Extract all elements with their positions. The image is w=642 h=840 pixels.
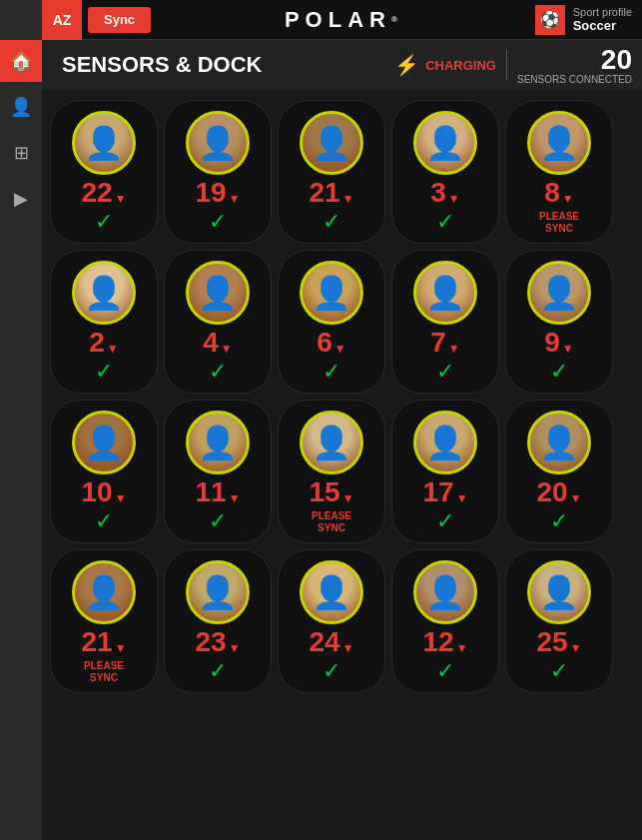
sensor-card-3-3[interactable]: 👤12▼✓	[391, 549, 499, 693]
player-avatar: 👤	[72, 560, 136, 624]
sensor-number: 6▼	[317, 329, 345, 357]
player-avatar: 👤	[413, 560, 477, 624]
polar-logo: POLAR®	[151, 7, 535, 33]
sensor-card-1-1[interactable]: 👤4▼✓	[164, 250, 272, 394]
sensor-number: 21▼	[309, 179, 353, 207]
sensor-number: 22▼	[81, 179, 126, 207]
sensor-card-0-2[interactable]: 👤21▼✓	[278, 100, 385, 244]
player-avatar: 👤	[527, 411, 591, 474]
soccer-icon: ⚽	[535, 5, 565, 35]
sensor-card-2-1[interactable]: 👤11▼✓	[164, 400, 272, 543]
sidebar-item-user[interactable]: 👤	[0, 86, 42, 128]
sensor-checkmark: ✓	[436, 508, 454, 534]
sync-button[interactable]: Sync	[88, 7, 151, 33]
sensor-checkmark: ✓	[550, 359, 568, 385]
sensor-number: 2▼	[89, 329, 118, 357]
player-avatar: 👤	[413, 411, 477, 474]
divider	[506, 50, 507, 80]
sensor-checkmark: ✓	[209, 658, 227, 684]
sensors-label: SENSORS CONNECTED	[517, 74, 632, 85]
sensor-checkmark: ✓	[322, 658, 340, 684]
sensor-please-sync: PLEASE SYNC	[539, 211, 579, 235]
sensor-checkmark: ✓	[209, 209, 227, 235]
sidebar: 🏠 👤 ⊞ ▶	[0, 0, 42, 840]
az-logo: AZ	[42, 0, 82, 40]
sensor-number: 23▼	[195, 628, 240, 656]
sensor-row-1: 👤2▼✓👤4▼✓👤6▼✓👤7▼✓👤9▼✓	[50, 250, 634, 394]
sensor-checkmark: ✓	[550, 508, 568, 534]
player-avatar: 👤	[72, 261, 136, 325]
sensor-number: 19▼	[195, 179, 240, 207]
sensor-checkmark: ✓	[436, 359, 454, 385]
player-avatar: 👤	[527, 111, 591, 175]
sensor-number: 3▼	[430, 179, 459, 207]
sensor-card-3-0[interactable]: 👤21▼PLEASE SYNC	[50, 549, 158, 693]
player-avatar: 👤	[186, 411, 250, 474]
sensor-card-3-2[interactable]: 👤24▼✓	[278, 549, 385, 693]
page-title: SENSORS & DOCK	[62, 52, 394, 78]
sensor-number: 8▼	[544, 179, 573, 207]
sidebar-item-play[interactable]: ▶	[0, 178, 42, 220]
sensor-card-2-2[interactable]: 👤15▼PLEASE SYNC	[278, 400, 385, 543]
sensor-card-0-4[interactable]: 👤8▼PLEASE SYNC	[505, 100, 613, 244]
sensor-number: 21▼	[81, 628, 126, 656]
sec-header: SENSORS & DOCK ⚡ CHARGING 20 SENSORS CON…	[0, 40, 642, 90]
sensor-card-1-2[interactable]: 👤6▼✓	[278, 250, 385, 394]
sensor-card-0-0[interactable]: 👤22▼✓	[50, 100, 158, 244]
sensor-number: 20▼	[536, 478, 581, 506]
player-avatar: 👤	[186, 111, 250, 175]
charging-area: ⚡ CHARGING	[394, 53, 496, 77]
sensor-number: 4▼	[203, 329, 232, 357]
player-avatar: 👤	[300, 111, 363, 175]
sensor-number: 15▼	[309, 478, 353, 506]
sensor-card-3-1[interactable]: 👤23▼✓	[164, 549, 272, 693]
sensor-please-sync: PLEASE SYNC	[312, 510, 351, 534]
player-avatar: 👤	[300, 411, 363, 474]
sensors-count-block: 20 SENSORS CONNECTED	[517, 46, 632, 85]
sensor-card-2-0[interactable]: 👤10▼✓	[50, 400, 158, 543]
sport-profile-value: Soccer	[573, 18, 632, 33]
sensor-row-0: 👤22▼✓👤19▼✓👤21▼✓👤3▼✓👤8▼PLEASE SYNC	[50, 100, 634, 244]
sensor-card-1-0[interactable]: 👤2▼✓	[50, 250, 158, 394]
sensor-card-1-4[interactable]: 👤9▼✓	[505, 250, 613, 394]
sensor-checkmark: ✓	[550, 658, 568, 684]
sensor-checkmark: ✓	[209, 508, 227, 534]
top-nav: AZ Sync POLAR® ⚽ Sport profile Soccer	[0, 0, 642, 40]
player-avatar: 👤	[527, 261, 591, 325]
sensor-number: 17▼	[422, 478, 467, 506]
player-avatar: 👤	[72, 411, 136, 474]
sensors-number: 20	[517, 46, 632, 74]
player-avatar: 👤	[300, 560, 363, 624]
sensor-card-0-1[interactable]: 👤19▼✓	[164, 100, 272, 244]
sensor-checkmark: ✓	[95, 209, 113, 235]
sensor-number: 12▼	[422, 628, 467, 656]
sidebar-item-grid[interactable]: ⊞	[0, 132, 42, 174]
sidebar-item-home[interactable]: 🏠	[0, 40, 42, 82]
sensor-card-0-3[interactable]: 👤3▼✓	[391, 100, 499, 244]
sensor-row-3: 👤21▼PLEASE SYNC👤23▼✓👤24▼✓👤12▼✓👤25▼✓	[50, 549, 634, 693]
sensor-please-sync: PLEASE SYNC	[84, 660, 124, 684]
sensor-number: 11▼	[195, 478, 240, 506]
sensor-row-2: 👤10▼✓👤11▼✓👤15▼PLEASE SYNC👤17▼✓👤20▼✓	[50, 400, 634, 543]
sensor-number: 10▼	[81, 478, 126, 506]
sensor-card-1-3[interactable]: 👤7▼✓	[391, 250, 499, 394]
sensor-card-2-3[interactable]: 👤17▼✓	[391, 400, 499, 543]
sensor-number: 7▼	[430, 329, 459, 357]
sensor-number: 24▼	[309, 628, 353, 656]
sensor-number: 9▼	[544, 329, 573, 357]
sensor-checkmark: ✓	[209, 359, 227, 385]
sensor-checkmark: ✓	[322, 209, 340, 235]
sensor-checkmark: ✓	[95, 508, 113, 534]
sensor-card-2-4[interactable]: 👤20▼✓	[505, 400, 613, 543]
sensor-checkmark: ✓	[436, 658, 454, 684]
player-avatar: 👤	[527, 560, 591, 624]
sport-profile-label: Sport profile	[573, 6, 632, 18]
player-avatar: 👤	[186, 261, 250, 325]
sensors-grid: 👤22▼✓👤19▼✓👤21▼✓👤3▼✓👤8▼PLEASE SYNC👤2▼✓👤4▼…	[42, 90, 642, 840]
player-avatar: 👤	[413, 261, 477, 325]
sport-profile: ⚽ Sport profile Soccer	[535, 5, 642, 35]
sensor-checkmark: ✓	[322, 359, 340, 385]
sensor-card-3-4[interactable]: 👤25▼✓	[505, 549, 613, 693]
player-avatar: 👤	[413, 111, 477, 175]
charging-label: CHARGING	[425, 58, 496, 73]
